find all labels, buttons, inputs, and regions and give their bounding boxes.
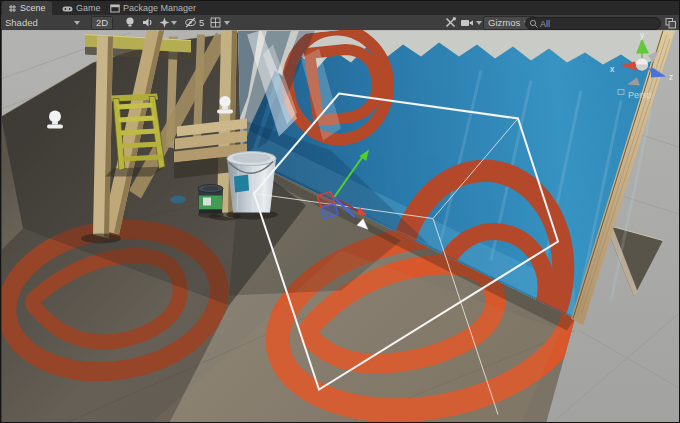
effects-toggle-button[interactable] [158, 15, 171, 30]
lighting-toggle-button[interactable] [124, 15, 136, 30]
tab-label: Scene [20, 3, 46, 13]
grid-visibility-button[interactable] [209, 15, 222, 30]
component-tools-button[interactable] [444, 15, 457, 30]
effects-caret[interactable] [171, 15, 177, 30]
visibility-off-icon [184, 16, 198, 29]
tab-label: Game [76, 3, 101, 13]
draw-mode-label: Shaded [5, 17, 38, 28]
tools-icon [444, 16, 457, 29]
draw-mode-caret[interactable] [74, 15, 80, 30]
chevron-down-icon [74, 21, 80, 25]
dock-tabbar: Scene Game Package Manager [1, 1, 679, 15]
paint-can[interactable] [198, 185, 224, 219]
scene-viewport[interactable]: y x z Persp [2, 30, 680, 423]
axis-z-label: z [669, 72, 673, 82]
windows-button[interactable] [665, 15, 677, 30]
audio-toggle-button[interactable] [141, 15, 154, 30]
grid-icon [8, 4, 17, 13]
hidden-count-badge: 5 [199, 17, 204, 28]
scene-visibility-button[interactable]: 5 [184, 15, 204, 30]
gamepad-icon [62, 4, 73, 13]
lightbulb-icon [124, 16, 136, 29]
grid-caret[interactable] [224, 15, 230, 30]
audio-icon [141, 16, 154, 29]
paint-bucket[interactable] [226, 152, 278, 220]
scene-search-field[interactable] [525, 17, 661, 30]
gizmos-label: Gizmos [488, 17, 520, 28]
search-icon [529, 19, 539, 29]
windows-icon [665, 17, 677, 29]
scene-canvas[interactable]: y x z Persp [2, 30, 680, 423]
scene-toolbar: Shaded 2D 5 [1, 15, 679, 31]
toggle-2d-label: 2D [91, 16, 113, 30]
chevron-down-icon [171, 21, 177, 25]
effects-icon [158, 16, 171, 29]
toggle-2d-button[interactable]: 2D [91, 15, 113, 30]
tab-package-manager[interactable]: Package Manager [104, 1, 202, 15]
blue-prop[interactable] [170, 196, 186, 204]
camera-icon [460, 17, 474, 29]
search-input[interactable] [540, 18, 652, 29]
tab-game[interactable]: Game [56, 1, 107, 15]
draw-mode-dropdown[interactable]: Shaded [5, 15, 38, 30]
unity-editor-window: Scene Game Package Manager Shaded 2D [0, 0, 680, 423]
projection-label[interactable]: Persp [628, 90, 652, 100]
chevron-down-icon [476, 21, 482, 25]
grid-icon [209, 16, 222, 29]
package-icon [110, 4, 120, 13]
tab-scene[interactable]: Scene [2, 1, 52, 15]
scene-camera-button[interactable] [460, 15, 474, 30]
chevron-down-icon [224, 21, 230, 25]
tab-label: Package Manager [123, 3, 196, 13]
camera-caret[interactable] [476, 15, 482, 30]
